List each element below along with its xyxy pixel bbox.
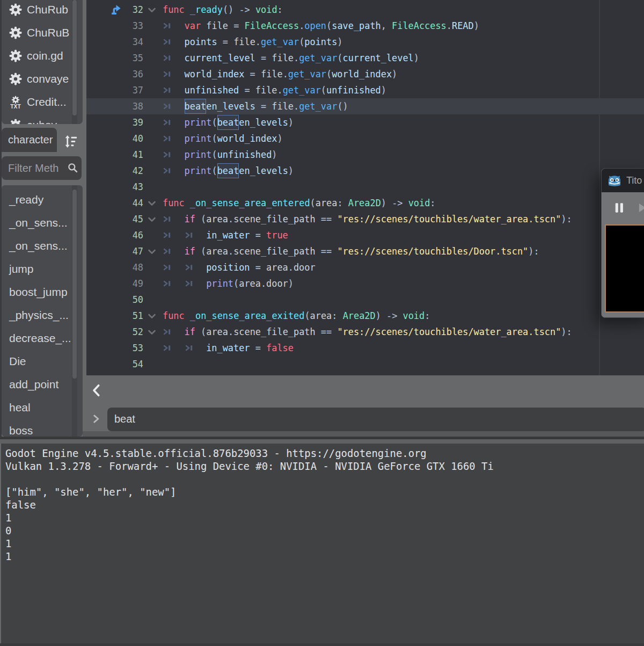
current-script-tab[interactable]: character	[2, 128, 57, 152]
method-list-item[interactable]: _on_sens...	[2, 234, 83, 257]
code-line[interactable]: 34points = file.get_var(points)	[86, 34, 644, 50]
line-number[interactable]: 52	[119, 324, 143, 340]
line-number[interactable]: 47	[119, 243, 143, 259]
method-list-item[interactable]: boss	[2, 419, 83, 437]
sort-methods-button[interactable]	[61, 132, 81, 151]
pause-button[interactable]	[614, 202, 625, 213]
line-number[interactable]: 35	[119, 50, 143, 66]
output-line: 1	[5, 550, 494, 563]
tab-marker-icon	[163, 82, 185, 98]
fold-chevron-icon[interactable]	[147, 328, 157, 337]
line-number[interactable]: 48	[119, 259, 143, 275]
line-number[interactable]: 36	[119, 66, 143, 82]
line-number[interactable]: 54	[119, 356, 143, 372]
code-editor[interactable]: 32func _ready() -> void:33var file = Fil…	[86, 0, 644, 375]
code-line[interactable]: 45if (area.scene_file_path == "res://sce…	[86, 211, 644, 227]
script-list-item[interactable]: ChuRub	[2, 0, 83, 21]
code-line[interactable]: 49print(area.door)	[86, 275, 644, 292]
code-line[interactable]: 40print(world_index)	[86, 130, 644, 147]
method-list-item[interactable]: Die	[2, 350, 83, 373]
line-number[interactable]: 42	[119, 163, 143, 179]
line-number[interactable]: 39	[119, 114, 143, 130]
code-line[interactable]: 54	[86, 356, 644, 372]
line-number[interactable]: 49	[119, 275, 143, 292]
fold-chevron-icon[interactable]	[147, 215, 157, 224]
chevron-left-icon	[90, 383, 104, 397]
method-list-item[interactable]: heal	[2, 396, 83, 419]
script-name: Credit...	[27, 96, 67, 108]
game-viewport[interactable]	[605, 224, 644, 313]
code-line[interactable]: 53in_water = false	[86, 340, 644, 356]
method-list-item[interactable]: _physics_...	[2, 303, 83, 326]
code-line[interactable]: 39print(beaten_levels)	[86, 114, 644, 130]
method-name: boost_jump	[9, 286, 68, 299]
code-line[interactable]: 43	[86, 179, 644, 195]
tab-marker-icon	[163, 50, 185, 66]
line-number[interactable]: 46	[119, 227, 143, 243]
script-icon	[9, 72, 23, 86]
line-number[interactable]: 33	[119, 18, 143, 34]
code-line[interactable]: 48position = area.door	[86, 259, 644, 275]
line-number[interactable]: 44	[119, 195, 143, 211]
game-window-title: Tito	[626, 175, 642, 186]
code-line[interactable]: 37unfinished = file.get_var(unfinished)	[86, 82, 644, 98]
method-list-item[interactable]: add_point	[2, 373, 83, 396]
tab-marker-icon	[185, 227, 207, 243]
fold-chevron-icon[interactable]	[147, 199, 157, 208]
script-list-item[interactable]: coin.gd	[2, 44, 83, 67]
line-number[interactable]: 34	[119, 34, 143, 50]
line-number[interactable]: 38	[119, 98, 143, 114]
play-button[interactable]	[639, 203, 644, 213]
line-number[interactable]: 43	[119, 179, 143, 195]
code-line[interactable]: 44func _on_sense_area_entered(area: Area…	[86, 195, 644, 211]
code-line[interactable]: 38beaten_levels = file.get_var()	[86, 98, 644, 114]
godot-editor: ChuRubChuRuBcoin.gdconvayeCredit...cubey…	[0, 0, 644, 646]
expand-replace-toggle[interactable]	[90, 412, 103, 425]
method-name: decrease_...	[9, 332, 71, 345]
fold-chevron-icon[interactable]	[147, 247, 157, 257]
method-list-item[interactable]: _ready	[2, 188, 83, 211]
code-line[interactable]: 47if (area.scene_file_path == "res://sce…	[86, 243, 644, 259]
method-list-item[interactable]: boost_jump	[2, 280, 83, 303]
script-name: ChuRuB	[27, 26, 69, 39]
line-number[interactable]: 40	[119, 130, 143, 147]
code-line[interactable]: 35current_level = file.get_var(current_l…	[86, 50, 644, 66]
script-list-item[interactable]: Credit...	[2, 90, 83, 113]
output-console[interactable]: Godot Engine v4.5.stable.official.876b29…	[0, 444, 644, 646]
line-number[interactable]: 45	[119, 211, 143, 227]
search-icon	[68, 163, 78, 173]
script-list-item[interactable]: cubey	[2, 113, 83, 124]
fold-chevron-icon[interactable]	[147, 5, 157, 15]
toggle-scripts-panel-button[interactable]	[89, 382, 105, 399]
script-name: coin.gd	[27, 49, 63, 62]
line-number[interactable]: 32	[119, 2, 143, 18]
line-number[interactable]: 41	[119, 147, 143, 163]
method-list-item[interactable]: jump	[2, 257, 83, 280]
method-name: heal	[9, 401, 31, 414]
methods-scrollbar-grabber[interactable]	[72, 190, 77, 379]
script-list-item[interactable]: convaye	[2, 67, 83, 90]
line-number[interactable]: 53	[119, 340, 143, 356]
fold-chevron-icon[interactable]	[147, 311, 157, 321]
script-name: convaye	[27, 72, 69, 85]
code-line[interactable]: 52if (area.scene_file_path == "res://sce…	[86, 324, 644, 340]
method-list-item[interactable]: _on_sens...	[2, 211, 83, 234]
line-number[interactable]: 51	[119, 308, 143, 324]
tab-marker-icon	[163, 243, 185, 259]
line-number[interactable]: 50	[119, 292, 143, 308]
filter-methods-input[interactable]: Filter Meth	[2, 156, 82, 180]
code-line[interactable]: 41print(unfinished)	[86, 147, 644, 163]
scripts-scrollbar-grabber[interactable]	[72, 0, 77, 115]
code-line[interactable]: 46in_water = true	[86, 227, 644, 243]
game-window-titlebar[interactable]: Tito	[602, 169, 644, 192]
code-line[interactable]: 36world_index = file.get_var(world_index…	[86, 66, 644, 82]
code-line[interactable]: 42print(beaten_levels)	[86, 163, 644, 179]
code-line[interactable]: 32func _ready() -> void:	[86, 2, 644, 18]
method-list-item[interactable]: decrease_...	[2, 326, 83, 350]
code-line[interactable]: 33var file = FileAccess.open(save_path, …	[86, 18, 644, 34]
script-list-item[interactable]: ChuRuB	[2, 21, 83, 44]
code-line[interactable]: 50	[86, 292, 644, 308]
search-input[interactable]	[107, 408, 644, 431]
code-line[interactable]: 51func _on_sense_area_exited(area: Area2…	[86, 308, 644, 324]
line-number[interactable]: 37	[119, 82, 143, 98]
